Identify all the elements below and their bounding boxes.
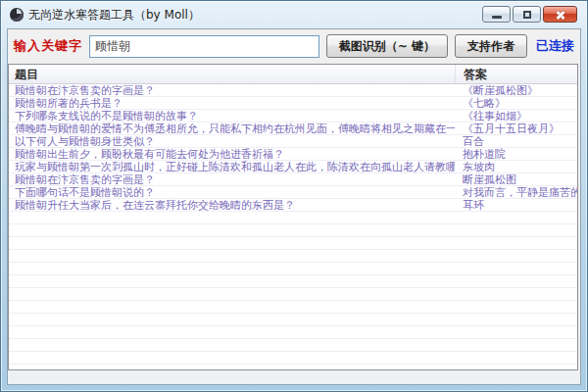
- maximize-button[interactable]: [513, 6, 541, 23]
- question-cell: [9, 212, 455, 223]
- window-controls: [482, 6, 577, 23]
- answer-cell: 《断崖孤松图》: [455, 84, 577, 96]
- question-cell: [9, 314, 455, 325]
- question-cell: [9, 224, 455, 236]
- table-header: 题目 答案: [9, 65, 577, 84]
- app-window: 无尚逆水寒答题工具（by Moll） 输入关键字 截图识别（~ 键） 支持作者 …: [0, 0, 588, 392]
- answer-cell: 《往事如烟》: [455, 110, 577, 122]
- table-row[interactable]: 玩家与顾惜朝第一次到孤山时，正好碰上陈清欢和孤山老人在此，陈清欢在向孤山老人请教…: [9, 161, 577, 173]
- connection-status: 已连接: [536, 37, 574, 55]
- answer-cell: [455, 250, 577, 262]
- table-row[interactable]: 傅晚晴与顾惜朝的爱情不为傅丞相所允，只能私下相约在杭州见面，傅晚晴将相见之期藏在…: [9, 122, 577, 135]
- table-row[interactable]: 以下何人与顾惜朝身世类似？ 百合: [9, 135, 577, 148]
- table-row[interactable]: [9, 212, 577, 224]
- toolbar: 输入关键字 截图识别（~ 键） 支持作者 已连接: [8, 29, 580, 63]
- answer-cell: [455, 326, 577, 338]
- keyword-input[interactable]: [89, 35, 319, 58]
- question-cell: [9, 365, 455, 370]
- table-row[interactable]: [9, 275, 577, 288]
- table-row[interactable]: 顾惜朝在汴京售卖的字画是？ 断崖孤松图: [9, 173, 577, 186]
- answer-cell: 耳环: [455, 199, 577, 211]
- table-row[interactable]: [9, 352, 577, 365]
- question-cell: 傅晚晴与顾惜朝的爱情不为傅丞相所允，只能私下相约在杭州见面，傅晚晴将相见之期藏在…: [9, 122, 455, 134]
- answer-cell: 百合: [455, 135, 577, 147]
- answer-cell: 《五月十五日夜月》: [455, 122, 577, 134]
- keyword-label: 输入关键字: [14, 37, 82, 55]
- question-cell: [9, 275, 455, 287]
- table-row[interactable]: [9, 224, 577, 237]
- answer-cell: 东坡肉: [455, 161, 577, 172]
- answer-cell: [455, 339, 577, 351]
- answer-column-header[interactable]: 答案: [455, 65, 577, 83]
- table-row[interactable]: [9, 288, 577, 301]
- screenshot-ocr-button[interactable]: 截图识别（~ 键）: [326, 34, 448, 58]
- answer-cell: [455, 237, 577, 249]
- answer-cell: 《七略》: [455, 97, 577, 109]
- answer-cell: [455, 288, 577, 300]
- app-icon: [10, 8, 24, 22]
- question-cell: [9, 339, 455, 351]
- footer-strip: [8, 371, 580, 384]
- answer-cell: [455, 301, 577, 313]
- question-cell: 下列哪条支线说的不是顾惜朝的故事？: [9, 110, 455, 122]
- question-cell: 玩家与顾惜朝第一次到孤山时，正好碰上陈清欢和孤山老人在此，陈清欢在向孤山老人请教…: [9, 161, 455, 172]
- answer-cell: [455, 352, 577, 364]
- question-cell: [9, 263, 455, 274]
- answer-cell: [455, 212, 577, 223]
- question-cell: [9, 288, 455, 300]
- table-row[interactable]: 顾惜朝出生前夕，顾盼秋最有可能去何处为他进香祈福？ 抱朴道院: [9, 148, 577, 161]
- question-cell: 下面哪句话不是顾惜朝说的？: [9, 186, 455, 198]
- answer-cell: [455, 263, 577, 274]
- minimize-icon: [492, 16, 502, 19]
- question-column-header[interactable]: 题目: [9, 65, 455, 83]
- table-row[interactable]: [9, 365, 577, 370]
- question-cell: [9, 326, 455, 338]
- table-row[interactable]: [9, 326, 577, 339]
- table-row[interactable]: [9, 263, 577, 275]
- answer-cell: [455, 224, 577, 236]
- support-author-button[interactable]: 支持作者: [455, 34, 527, 58]
- qa-table: 题目 答案 顾惜朝在汴京售卖的字画是？ 《断崖孤松图》 顾惜朝所著的兵书是？ 《…: [8, 64, 578, 370]
- answer-cell: [455, 314, 577, 325]
- window-title: 无尚逆水寒答题工具（by Moll）: [28, 7, 200, 24]
- table-row[interactable]: [9, 339, 577, 352]
- question-cell: [9, 352, 455, 364]
- table-row[interactable]: [9, 250, 577, 263]
- table-row[interactable]: [9, 237, 577, 250]
- close-button[interactable]: [543, 6, 577, 23]
- table-row[interactable]: [9, 301, 577, 314]
- answer-cell: 对我而言，平静是痛苦的，...: [455, 186, 577, 198]
- question-cell: 顾惜朝在汴京售卖的字画是？: [9, 84, 455, 96]
- question-cell: 顾惜朝升任大当家后，在连云寨拜托你交给晚晴的东西是？: [9, 199, 455, 211]
- question-cell: 顾惜朝出生前夕，顾盼秋最有可能去何处为他进香祈福？: [9, 148, 455, 160]
- table-row[interactable]: [9, 314, 577, 326]
- question-cell: [9, 237, 455, 249]
- answer-cell: [455, 365, 577, 370]
- client-area: 输入关键字 截图识别（~ 键） 支持作者 已连接 题目 答案 顾惜朝在汴京售卖的…: [7, 28, 581, 385]
- answer-cell: 抱朴道院: [455, 148, 577, 160]
- table-row[interactable]: 顾惜朝升任大当家后，在连云寨拜托你交给晚晴的东西是？ 耳环: [9, 199, 577, 212]
- answer-cell: [455, 275, 577, 287]
- question-cell: 以下何人与顾惜朝身世类似？: [9, 135, 455, 147]
- question-cell: [9, 301, 455, 313]
- table-body: 顾惜朝在汴京售卖的字画是？ 《断崖孤松图》 顾惜朝所著的兵书是？ 《七略》 下列…: [9, 84, 577, 370]
- minimize-button[interactable]: [482, 6, 511, 23]
- table-row[interactable]: 下列哪条支线说的不是顾惜朝的故事？ 《往事如烟》: [9, 110, 577, 122]
- question-cell: 顾惜朝在汴京售卖的字画是？: [9, 173, 455, 185]
- maximize-icon: [523, 11, 531, 19]
- table-row[interactable]: 顾惜朝在汴京售卖的字画是？ 《断崖孤松图》: [9, 84, 577, 97]
- table-row[interactable]: 顾惜朝所著的兵书是？ 《七略》: [9, 97, 577, 110]
- question-cell: [9, 250, 455, 262]
- table-row[interactable]: 下面哪句话不是顾惜朝说的？ 对我而言，平静是痛苦的，...: [9, 186, 577, 199]
- question-cell: 顾惜朝所著的兵书是？: [9, 97, 455, 109]
- title-bar[interactable]: 无尚逆水寒答题工具（by Moll）: [1, 1, 587, 28]
- answer-cell: 断崖孤松图: [455, 173, 577, 185]
